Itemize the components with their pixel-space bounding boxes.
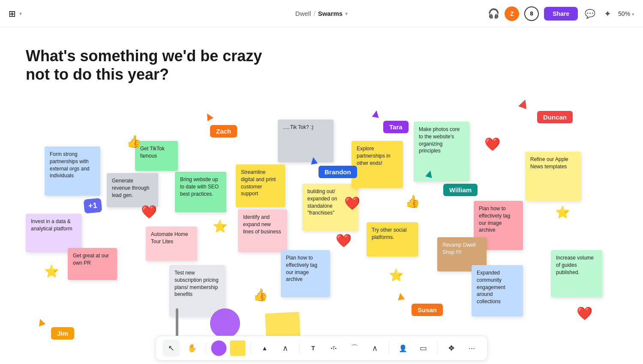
sticky-streamline[interactable]: Streamline digital and print customer su… <box>236 164 285 207</box>
sticky-invest-data[interactable]: Invest in a data & analytical platform <box>26 214 81 252</box>
header-left: ⊞ ▾ <box>9 9 22 19</box>
text-insert[interactable]: T <box>305 340 322 357</box>
frame-tool[interactable]: ▭ <box>415 340 432 357</box>
breadcrumb-swarms[interactable]: Swarms <box>318 10 343 17</box>
sticky-form-strong[interactable]: Form strong partnerships with external o… <box>45 146 100 196</box>
cursor-orange <box>204 112 213 121</box>
sticky-tiktok-explore[interactable]: .....Tik Tok? :) <box>278 119 334 162</box>
zoom-display[interactable]: 50% ▾ <box>618 10 634 17</box>
people-tool[interactable]: 👤 <box>394 340 412 357</box>
star-2: ⭐ <box>389 268 404 282</box>
toolbar-divider-1 <box>206 342 206 354</box>
sticky-explore-partnerships[interactable]: Explore partnerships in other ends! <box>352 141 403 188</box>
header: ⊞ ▾ Dwell / Swarms ▾ 🎧 Z 8 Share 💬 ✦ 50%… <box>0 0 643 27</box>
shape-selector[interactable] <box>211 340 227 356</box>
main-heading: What's something we'd be crazy not to do… <box>26 47 262 84</box>
heart-sticker-5: ❤️ <box>577 306 592 321</box>
sticky-make-photos[interactable]: Make photos core to the website's organi… <box>414 122 469 182</box>
logo-dropdown-arrow[interactable]: ▾ <box>19 11 22 17</box>
ai-icon[interactable]: ✦ <box>602 7 613 21</box>
cursor-tool[interactable]: ↖ <box>163 340 180 357</box>
name-susan: Susan <box>412 304 443 316</box>
dot-text[interactable]: •T• <box>325 340 343 357</box>
heart-sticker-4: ❤️ <box>484 137 500 152</box>
sticky-increase-volume[interactable]: Increase volume of guides published. <box>551 250 602 297</box>
toolbar-divider-5 <box>437 342 438 354</box>
sticky-automate-home[interactable]: Automate Home Tour Lites <box>146 227 197 261</box>
sticky-generate-revenue[interactable]: Generate revenue through lead gen. <box>107 173 158 207</box>
component-tool[interactable]: ❖ <box>443 340 460 357</box>
arrow-up-tool[interactable]: ∧ <box>367 340 384 357</box>
share-button[interactable]: Share <box>544 7 578 21</box>
name-william: William <box>443 184 478 196</box>
cursor-susan <box>397 292 405 301</box>
toolbar-divider-2 <box>251 342 251 354</box>
sticky-refine-apple[interactable]: Refine our Apple News templates <box>525 152 581 201</box>
toolbar-divider-4 <box>389 342 389 354</box>
avatar-z[interactable]: Z <box>505 6 519 21</box>
text-tool[interactable]: ▲ <box>256 340 273 357</box>
cursor-jim <box>37 318 46 327</box>
star-1: ⭐ <box>213 219 228 233</box>
cursor-tara <box>372 110 380 118</box>
toolbar-circle-shape <box>210 308 240 338</box>
name-tara: Tara <box>383 121 409 133</box>
chat-icon[interactable]: 💬 <box>583 7 597 21</box>
sticky-bring-website[interactable]: Bring website up to date with SEO best p… <box>175 172 226 212</box>
thumbs-up-3: 👍 <box>253 288 268 302</box>
sticky-building-out[interactable]: building out/ expanded on standalone "fr… <box>302 184 358 231</box>
logo-icon[interactable]: ⊞ <box>9 9 16 19</box>
sticky-try-other-social[interactable]: Try other social platforms. <box>367 222 418 257</box>
sticky-tiktok-famous[interactable]: Get TikTok famous <box>135 141 178 171</box>
plus-one-badge: +1 <box>84 198 102 213</box>
sticky-tool[interactable] <box>230 340 246 356</box>
headphone-icon[interactable]: 🎧 <box>488 8 499 19</box>
more-tool[interactable]: ··· <box>463 340 481 357</box>
toolbar: ↖ ✋ ▲ ∧ T •T• ⌒ ∧ 👤 ▭ ❖ ··· <box>156 336 488 361</box>
participant-count[interactable]: 8 <box>524 6 539 21</box>
breadcrumb-dwell[interactable]: Dwell <box>295 10 311 17</box>
sticky-identify-expand[interactable]: Identify and expand new lines of busines… <box>238 209 287 252</box>
cursor-duncan <box>518 98 529 109</box>
curve-tool[interactable]: ⌒ <box>346 340 363 357</box>
hand-tool[interactable]: ✋ <box>183 340 201 357</box>
name-brandon: Brandon <box>318 166 357 178</box>
text-up-tool[interactable]: ∧ <box>277 340 294 357</box>
heart-sticker-3: ❤️ <box>336 233 352 248</box>
breadcrumb-dropdown[interactable]: ▾ <box>345 11 348 17</box>
name-zach: Zach <box>210 125 237 137</box>
name-duncan: Duncan <box>537 111 573 123</box>
name-jim: Jim <box>51 327 74 340</box>
sticky-get-great-pr[interactable]: Get great at our own PR <box>68 248 117 280</box>
breadcrumb: Dwell / Swarms ▾ <box>295 10 348 17</box>
star-3: ⭐ <box>555 205 570 219</box>
sticky-plan-tag-image1[interactable]: Plan how to effectively tag our image ar… <box>281 250 330 297</box>
header-right: 🎧 Z 8 Share 💬 ✦ 50% ▾ <box>488 6 634 21</box>
star-4: ⭐ <box>44 264 59 278</box>
toolbar-divider-3 <box>299 342 300 354</box>
sticky-expanded-community[interactable]: Expanded community engagement around col… <box>472 265 523 316</box>
canvas: What's something we'd be crazy not to do… <box>0 27 643 364</box>
thumbs-up-2: 👍 <box>405 194 420 209</box>
